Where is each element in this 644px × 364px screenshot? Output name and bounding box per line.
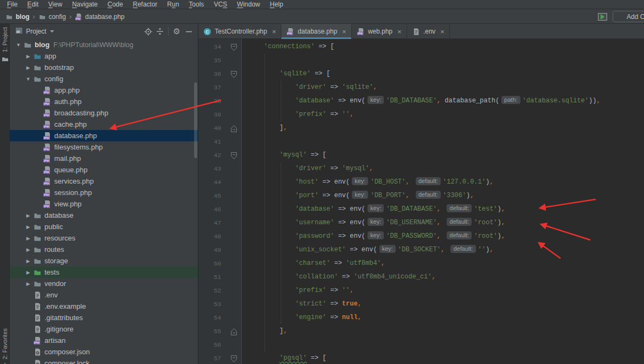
- line-number: 35: [198, 54, 221, 67]
- tree-item-auth-php[interactable]: phpauth.php: [10, 96, 198, 107]
- php-file-icon: php: [43, 132, 52, 140]
- tree-item-broadcasting-php[interactable]: phpbroadcasting.php: [10, 107, 198, 119]
- chevron-collapsed-icon[interactable]: ▶: [23, 236, 33, 241]
- tree-item-filesystems-php[interactable]: phpfilesystems.php: [10, 141, 198, 153]
- fold-region-start-icon[interactable]: [231, 152, 237, 159]
- menu-item-help[interactable]: Help: [265, 0, 288, 9]
- menu-item-file[interactable]: File: [2, 0, 22, 9]
- close-icon[interactable]: ×: [440, 28, 445, 36]
- menu-item-code[interactable]: Code: [102, 0, 128, 9]
- php-file-icon: php: [43, 188, 52, 197]
- breadcrumb-item-database-php[interactable]: phpdatabase.php: [75, 13, 125, 21]
- menu-item-refactor[interactable]: Refactor: [128, 0, 162, 9]
- chevron-down-icon[interactable]: [50, 30, 54, 32]
- tab-web-php[interactable]: phpweb.php×: [352, 24, 407, 39]
- tree-item--env[interactable]: .env: [10, 289, 198, 301]
- run-panel-icon[interactable]: [598, 13, 607, 21]
- tree-item-composer-json[interactable]: composer.json: [10, 346, 198, 358]
- line-number: 48: [198, 230, 221, 243]
- menu-item-edit[interactable]: Edit: [22, 0, 43, 9]
- svg-text:C: C: [205, 29, 209, 34]
- fold-region-end-icon[interactable]: [231, 125, 237, 132]
- parameter-hint: key:: [352, 177, 368, 185]
- tab--env[interactable]: .env×: [407, 24, 450, 39]
- menu-item-run[interactable]: Run: [162, 0, 184, 9]
- tree-item--gitattributes[interactable]: .gitattributes: [10, 312, 198, 323]
- tab-database-php[interactable]: phpdatabase.php×: [281, 24, 351, 39]
- code-line-40: 40 ],: [198, 121, 644, 135]
- menu-item-window[interactable]: Window: [232, 0, 265, 9]
- line-number: 46: [198, 203, 221, 216]
- hide-panel-icon[interactable]: [183, 26, 195, 37]
- tree-item-artisan[interactable]: phpartisan: [10, 335, 198, 346]
- menu-item-view[interactable]: View: [43, 0, 67, 9]
- chevron-collapsed-icon[interactable]: ▶: [23, 224, 33, 230]
- tree-item-queue-php[interactable]: phpqueue.php: [10, 164, 198, 176]
- stripe-favorites-label: 2: Favorites: [2, 328, 8, 359]
- tree-item-tests[interactable]: ▶tests: [10, 266, 198, 278]
- chevron-collapsed-icon[interactable]: ▶: [23, 258, 33, 264]
- code-line-56: 56: [198, 338, 644, 352]
- svg-text:php: php: [287, 31, 292, 35]
- tree-item-routes[interactable]: ▶routes: [10, 244, 198, 255]
- tree-scrollbar[interactable]: [194, 82, 197, 158]
- chevron-collapsed-icon[interactable]: ▶: [23, 247, 33, 252]
- tree-item-label: config: [44, 75, 63, 83]
- chevron-expanded-icon[interactable]: ▼: [14, 42, 23, 48]
- menu-item-navigate[interactable]: Navigate: [67, 0, 102, 9]
- tree-item-storage[interactable]: ▶storage: [10, 255, 198, 266]
- tool-window-stripe: 1: Project 2: Favorites ★: [0, 24, 10, 364]
- fold-region-start-icon[interactable]: [231, 355, 237, 362]
- collapse-all-icon[interactable]: [154, 26, 166, 37]
- tree-item-config[interactable]: ▼config: [10, 73, 198, 84]
- tree-item-bootstrap[interactable]: ▶bootstrap: [10, 62, 198, 73]
- tree-item-blog[interactable]: ▼blogF:\PHPTutorial\WWW\blog: [10, 39, 198, 50]
- close-icon[interactable]: ×: [272, 28, 276, 36]
- fold-region-start-icon[interactable]: [231, 70, 237, 77]
- locate-icon[interactable]: [142, 26, 154, 37]
- tree-item-view-php[interactable]: phpview.php: [10, 198, 198, 210]
- stripe-button-favorites[interactable]: 2: Favorites ★: [0, 328, 10, 364]
- close-icon[interactable]: ×: [397, 28, 402, 36]
- tree-item-app[interactable]: ▶app: [10, 50, 198, 62]
- tree-item-vendor[interactable]: ▶vendor: [10, 278, 198, 289]
- svg-text:php: php: [34, 341, 40, 344]
- line-number: 47: [198, 216, 221, 230]
- menu-item-vcs[interactable]: VCS: [209, 0, 232, 9]
- tree-item-public[interactable]: ▶public: [10, 221, 198, 232]
- fold-region-end-icon[interactable]: [231, 328, 237, 335]
- line-number: 34: [198, 40, 221, 54]
- chevron-collapsed-icon[interactable]: ▶: [23, 213, 33, 218]
- chevron-collapsed-icon[interactable]: ▶: [23, 270, 33, 275]
- fold-region-start-icon[interactable]: [231, 43, 237, 50]
- chevron-collapsed-icon[interactable]: ▶: [23, 281, 33, 287]
- tree-item-composer-lock[interactable]: composer.lock: [10, 358, 198, 364]
- tree-item--gitignore[interactable]: .gitignore: [10, 323, 198, 335]
- tree-item-cache-php[interactable]: phpcache.php: [10, 119, 198, 130]
- tree-item-database-php[interactable]: phpdatabase.php: [10, 130, 198, 141]
- tree-item-database[interactable]: ▶database: [10, 210, 198, 221]
- tree-item-mail-php[interactable]: phpmail.php: [10, 153, 198, 164]
- line-number: 52: [198, 284, 221, 297]
- chevron-collapsed-icon[interactable]: ▶: [23, 54, 33, 59]
- menu-item-tools[interactable]: Tools: [184, 0, 209, 9]
- chevron-collapsed-icon[interactable]: ▶: [23, 65, 33, 70]
- tree-item-app-php[interactable]: phpapp.php: [10, 84, 198, 96]
- breadcrumb-item-config[interactable]: config: [38, 13, 66, 21]
- tree-item-session-php[interactable]: phpsession.php: [10, 187, 198, 198]
- parameter-hint: key:: [379, 245, 396, 253]
- code-area[interactable]: 34 'connections' => [3536 'sqlite' => [3…: [198, 39, 644, 364]
- line-number: 42: [198, 148, 221, 162]
- tree-item--env-example[interactable]: .env.example: [10, 301, 198, 312]
- tree-item-resources[interactable]: ▶resources: [10, 232, 198, 244]
- project-panel-title[interactable]: Project: [26, 28, 46, 35]
- chevron-expanded-icon[interactable]: ▼: [23, 76, 33, 82]
- tree-item-label: cache.php: [54, 120, 87, 128]
- settings-gear-icon[interactable]: ⚙: [171, 26, 183, 37]
- breadcrumb-item-blog[interactable]: blog: [5, 13, 29, 21]
- stripe-button-project[interactable]: 1: Project: [0, 27, 10, 64]
- close-icon[interactable]: ×: [342, 28, 346, 36]
- add-configuration-button[interactable]: Add Co: [613, 11, 644, 22]
- tab-TestController-php[interactable]: CTestController.php×: [198, 24, 281, 39]
- tree-item-services-php[interactable]: phpservices.php: [10, 176, 198, 187]
